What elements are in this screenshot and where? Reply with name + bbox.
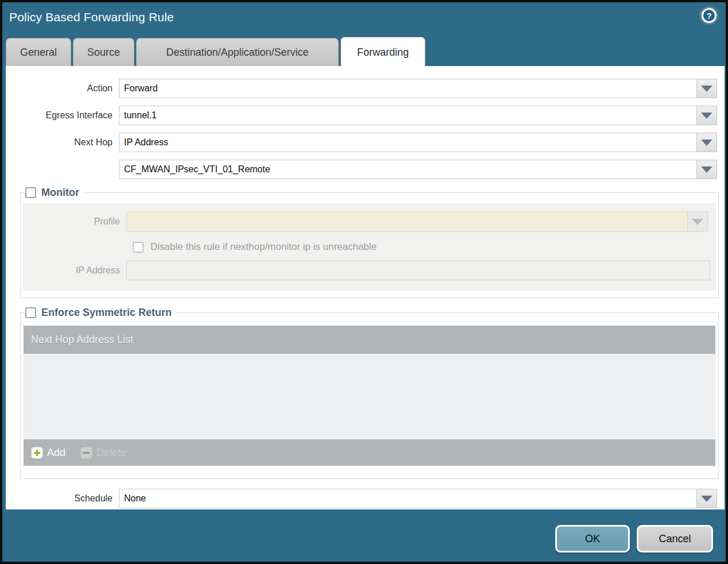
next-hop-address-value[interactable]: CF_MWAN_IPsec_VTI_01_Remote <box>119 160 696 179</box>
dialog-policy-based-forwarding-rule: Policy Based Forwarding Rule ? General S… <box>2 2 726 562</box>
next-hop-type-dropdown[interactable]: IP Address <box>119 133 717 152</box>
next-hop-address-row: CF_MWAN_IPsec_VTI_01_Remote <box>6 160 717 179</box>
disable-rule-checkbox <box>133 242 144 253</box>
chevron-down-icon <box>692 219 703 225</box>
plus-icon <box>31 447 43 459</box>
monitor-disabled-panel: Profile Disable this rule if nexthop/mon… <box>23 203 716 291</box>
egress-interface-label: Egress Interface <box>6 110 119 121</box>
profile-dropdown-button <box>687 211 708 232</box>
action-row: Action Forward <box>6 79 717 98</box>
monitor-checkbox[interactable] <box>25 187 36 198</box>
forwarding-tab-panel: Action Forward Egress Interface tunnel.1 <box>6 66 725 509</box>
next-hop-address-list-footer: Add Delete <box>24 439 715 466</box>
chevron-down-icon <box>701 113 712 119</box>
next-hop-label: Next Hop <box>6 137 119 148</box>
enforce-symmetric-return-legend-label: Enforce Symmetric Return <box>41 307 172 319</box>
tab-general[interactable]: General <box>6 38 71 66</box>
schedule-row: Schedule None <box>6 489 717 508</box>
next-hop-address-list-body[interactable] <box>24 354 715 439</box>
next-hop-type-dropdown-button[interactable] <box>696 133 717 152</box>
tab-source[interactable]: Source <box>73 38 134 66</box>
egress-interface-value[interactable]: tunnel.1 <box>119 106 696 125</box>
chevron-down-icon <box>701 496 712 502</box>
schedule-label: Schedule <box>6 493 119 504</box>
profile-value <box>126 211 687 232</box>
action-value[interactable]: Forward <box>119 79 696 98</box>
egress-interface-row: Egress Interface tunnel.1 <box>6 106 717 125</box>
chevron-down-icon <box>701 86 712 92</box>
minus-icon <box>80 447 92 459</box>
enforce-symmetric-return-checkbox[interactable] <box>25 307 36 318</box>
add-button[interactable]: Add <box>31 447 65 459</box>
next-hop-type-value[interactable]: IP Address <box>119 133 696 152</box>
action-dropdown-button[interactable] <box>696 79 717 98</box>
profile-label: Profile <box>23 217 126 227</box>
help-icon[interactable]: ? <box>702 8 717 23</box>
next-hop-address-list-header: Next Hop Address List <box>24 326 715 354</box>
action-dropdown[interactable]: Forward <box>119 79 717 98</box>
enforce-symmetric-return-fieldset: Enforce Symmetric Return Next Hop Addres… <box>20 307 719 479</box>
action-label: Action <box>6 83 119 94</box>
monitor-ip-address-label: IP Address <box>23 265 126 276</box>
schedule-dropdown-button[interactable] <box>696 489 717 508</box>
schedule-value[interactable]: None <box>119 489 696 508</box>
chevron-down-icon <box>701 140 712 146</box>
disable-rule-row: Disable this rule if nexthop/monitor ip … <box>133 241 716 253</box>
next-hop-address-list-table: Next Hop Address List Add Delete <box>24 326 715 466</box>
schedule-dropdown[interactable]: None <box>119 489 717 508</box>
cancel-button[interactable]: Cancel <box>637 525 713 553</box>
monitor-ip-address-row: IP Address <box>23 261 716 280</box>
egress-interface-dropdown-button[interactable] <box>696 106 717 125</box>
screenshot-root: Policy Based Forwarding Rule ? General S… <box>0 0 728 564</box>
chevron-down-icon <box>701 167 712 173</box>
delete-button-label: Delete <box>96 447 126 459</box>
enforce-symmetric-return-legend: Enforce Symmetric Return <box>24 307 175 319</box>
next-hop-address-dropdown-button[interactable] <box>696 160 717 179</box>
monitor-fieldset: Monitor Profile Disable <box>20 187 719 298</box>
monitor-legend-label: Monitor <box>41 187 79 199</box>
delete-button: Delete <box>80 447 126 459</box>
tab-bar: General Source Destination/Application/S… <box>6 38 425 66</box>
tab-destination-application-service[interactable]: Destination/Application/Service <box>136 38 339 66</box>
egress-interface-dropdown[interactable]: tunnel.1 <box>119 106 717 125</box>
tab-forwarding[interactable]: Forwarding <box>340 37 425 66</box>
profile-row: Profile <box>23 211 716 232</box>
ok-button[interactable]: OK <box>555 525 630 553</box>
profile-dropdown <box>126 211 708 232</box>
monitor-ip-address-input <box>126 261 710 280</box>
disable-rule-label: Disable this rule if nexthop/monitor ip … <box>150 241 377 253</box>
dialog-titlebar: Policy Based Forwarding Rule ? <box>2 2 726 38</box>
add-button-label: Add <box>47 447 65 459</box>
monitor-legend: Monitor <box>24 187 83 199</box>
next-hop-address-dropdown[interactable]: CF_MWAN_IPsec_VTI_01_Remote <box>119 160 717 179</box>
next-hop-row: Next Hop IP Address <box>6 133 717 152</box>
dialog-title: Policy Based Forwarding Rule <box>9 10 174 24</box>
